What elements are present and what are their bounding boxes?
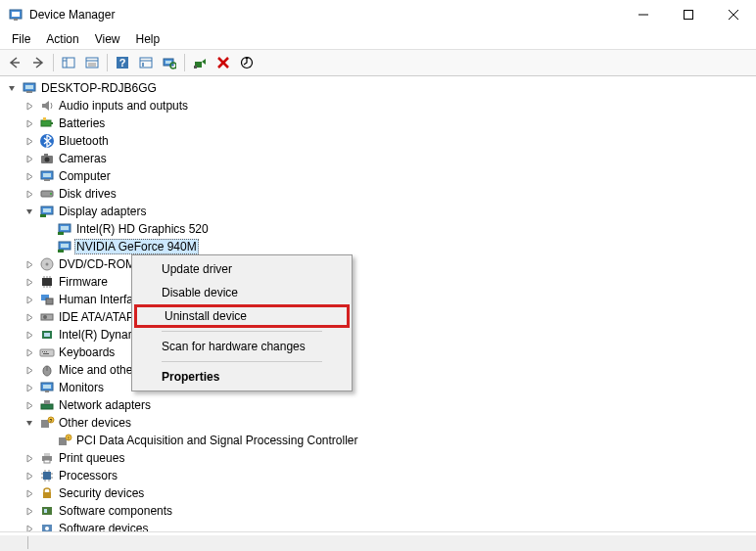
context-scan-hardware[interactable]: Scan for hardware changes bbox=[134, 335, 350, 358]
tree-root[interactable]: DESKTOP-RDJB6GG bbox=[0, 79, 756, 97]
tree-category-computer[interactable]: Computer bbox=[0, 167, 756, 185]
tree-category-hid[interactable]: Human Interfa bbox=[0, 291, 756, 308]
show-hide-tree-button[interactable] bbox=[58, 52, 79, 73]
tree-category-firmware[interactable]: Firmware bbox=[0, 273, 756, 291]
tree-category-security[interactable]: Security devices bbox=[0, 484, 756, 502]
category-label: Print queues bbox=[57, 451, 126, 465]
collapse-icon[interactable] bbox=[4, 84, 20, 93]
update-driver-button[interactable] bbox=[236, 52, 258, 73]
enable-device-button[interactable] bbox=[189, 52, 211, 73]
scan-hardware-button[interactable] bbox=[159, 52, 180, 73]
expand-icon[interactable] bbox=[22, 507, 37, 516]
network-icon bbox=[39, 397, 55, 413]
collapse-icon[interactable] bbox=[22, 207, 37, 216]
tree-category-dvd[interactable]: DVD/CD-ROM bbox=[0, 255, 756, 273]
menu-action[interactable]: Action bbox=[38, 30, 86, 48]
close-button[interactable] bbox=[711, 0, 756, 29]
minimize-button[interactable] bbox=[621, 0, 666, 29]
expand-icon[interactable] bbox=[22, 119, 37, 128]
expand-icon[interactable] bbox=[22, 348, 37, 357]
tree-device-pci-unknown[interactable]: ! PCI Data Acquisition and Signal Proces… bbox=[0, 432, 756, 449]
computer-icon bbox=[22, 80, 37, 96]
storage-controller-icon bbox=[39, 309, 55, 325]
expand-icon[interactable] bbox=[22, 313, 37, 322]
tree-category-audio[interactable]: Audio inputs and outputs bbox=[0, 97, 756, 115]
expand-icon[interactable] bbox=[22, 102, 37, 111]
titlebar: Device Manager bbox=[0, 0, 756, 29]
svg-rect-71 bbox=[46, 351, 47, 352]
maximize-button[interactable] bbox=[666, 0, 711, 29]
action-button[interactable] bbox=[135, 52, 157, 73]
svg-rect-77 bbox=[45, 390, 49, 392]
context-disable-device[interactable]: Disable device bbox=[134, 281, 350, 304]
category-label: Disk drives bbox=[57, 187, 118, 201]
tree-category-bluetooth[interactable]: Bluetooth bbox=[0, 132, 756, 150]
tree-category-display[interactable]: Display adapters bbox=[0, 203, 756, 220]
chip-icon bbox=[39, 274, 55, 290]
battery-icon bbox=[39, 115, 55, 131]
svg-rect-16 bbox=[140, 58, 152, 68]
tree-category-processors[interactable]: Processors bbox=[0, 467, 756, 484]
expand-icon[interactable] bbox=[22, 137, 37, 146]
context-uninstall-device[interactable]: Uninstall device bbox=[134, 304, 350, 328]
category-label: Firmware bbox=[57, 275, 110, 289]
expand-icon[interactable] bbox=[22, 472, 37, 481]
tree-category-swcomponents[interactable]: Software components bbox=[0, 502, 756, 520]
svg-rect-40 bbox=[43, 173, 51, 177]
svg-rect-25 bbox=[194, 66, 197, 69]
tree-device-nvidia-gpu[interactable]: NVIDIA GeForce 940M bbox=[0, 238, 756, 255]
help-button[interactable]: ? bbox=[112, 52, 133, 73]
back-button[interactable] bbox=[4, 52, 25, 73]
tree-device-intel-gpu[interactable]: Intel(R) HD Graphics 520 bbox=[0, 220, 756, 238]
disk-icon bbox=[39, 186, 55, 202]
tree-category-cameras[interactable]: Cameras bbox=[0, 150, 756, 167]
tree-category-monitors[interactable]: Monitors bbox=[0, 379, 756, 396]
svg-rect-33 bbox=[51, 122, 53, 124]
tree-category-keyboards[interactable]: Keyboards bbox=[0, 344, 756, 361]
expand-icon[interactable] bbox=[22, 489, 37, 498]
expand-icon[interactable] bbox=[22, 454, 37, 463]
expand-icon[interactable] bbox=[22, 401, 37, 410]
forward-button[interactable] bbox=[27, 52, 49, 73]
collapse-icon[interactable] bbox=[22, 419, 37, 428]
expand-icon[interactable] bbox=[22, 190, 37, 199]
expand-icon[interactable] bbox=[22, 296, 37, 304]
expand-icon[interactable] bbox=[22, 155, 37, 163]
device-tree-panel[interactable]: DESKTOP-RDJB6GG Audio inputs and outputs… bbox=[0, 76, 756, 533]
expand-icon[interactable] bbox=[22, 260, 37, 269]
tree-category-dynamic[interactable]: Intel(R) Dynar bbox=[0, 326, 756, 344]
unknown-device-icon: ! bbox=[57, 433, 72, 448]
expand-icon[interactable] bbox=[22, 384, 37, 392]
context-update-driver[interactable]: Update driver bbox=[134, 257, 350, 281]
svg-rect-68 bbox=[40, 349, 54, 356]
expand-icon[interactable] bbox=[22, 172, 37, 181]
context-properties[interactable]: Properties bbox=[134, 365, 350, 389]
tree-category-batteries[interactable]: Batteries bbox=[0, 115, 756, 132]
svg-point-19 bbox=[142, 65, 144, 67]
category-label: Bluetooth bbox=[57, 134, 111, 148]
properties-button[interactable] bbox=[81, 52, 103, 73]
svg-text:!: ! bbox=[68, 436, 69, 441]
tree-category-mice[interactable]: Mice and othe bbox=[0, 361, 756, 379]
svg-rect-1 bbox=[12, 12, 20, 17]
svg-rect-100 bbox=[44, 509, 47, 513]
toolbar: ? bbox=[0, 49, 756, 76]
uninstall-button[interactable] bbox=[213, 52, 234, 73]
expand-icon[interactable] bbox=[22, 331, 37, 340]
expand-icon[interactable] bbox=[22, 366, 37, 375]
camera-icon bbox=[39, 151, 55, 166]
menu-help[interactable]: Help bbox=[128, 30, 168, 48]
tree-category-network[interactable]: Network adapters bbox=[0, 396, 756, 414]
menu-view[interactable]: View bbox=[87, 30, 128, 48]
tree-category-disk[interactable]: Disk drives bbox=[0, 185, 756, 203]
category-label: Batteries bbox=[57, 116, 107, 130]
menu-file[interactable]: File bbox=[4, 30, 38, 48]
tree-category-ide[interactable]: IDE ATA/ATAP bbox=[0, 308, 756, 326]
expand-icon[interactable] bbox=[22, 278, 37, 287]
toolbar-separator bbox=[107, 54, 108, 71]
tree-category-printqueues[interactable]: Print queues bbox=[0, 449, 756, 467]
svg-rect-51 bbox=[61, 244, 69, 248]
tree-category-other[interactable]: ? Other devices bbox=[0, 414, 756, 432]
category-label: Audio inputs and outputs bbox=[57, 99, 190, 113]
other-devices-icon: ? bbox=[39, 415, 55, 431]
